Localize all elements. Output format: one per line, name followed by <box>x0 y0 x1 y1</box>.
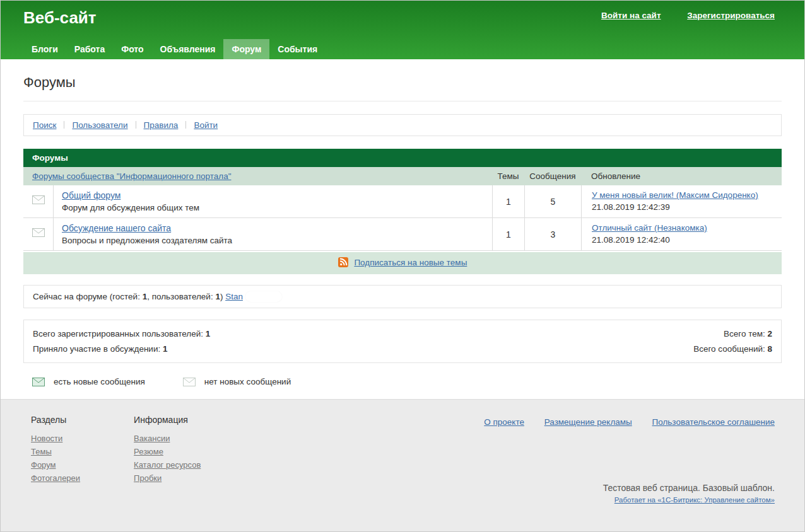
main-nav: Блоги Работа Фото Объявления Форум Событ… <box>23 39 326 59</box>
forum-toolbar: ПоискПользователиПравилаВойти <box>23 114 782 136</box>
footer-link-traffic[interactable]: Пробки <box>134 473 162 483</box>
last-post-link[interactable]: Отличный сайт (Незнакомка) <box>592 223 707 233</box>
column-header-topics: Темы <box>492 171 524 181</box>
forum-stats-box: Всего зарегистрированных пользователей: … <box>23 320 782 363</box>
legend-new-messages: есть новые сообщения <box>32 377 145 386</box>
online-now-text: Сейчас на форуме (гостей: 1, пользовател… <box>33 292 225 301</box>
redaction-blob <box>245 291 282 302</box>
forum-table: Форумы Форумы сообщества "Информационног… <box>23 149 782 274</box>
footer-advertising-link[interactable]: Размещение рекламы <box>544 417 632 427</box>
login-link[interactable]: Войти на сайт <box>601 11 661 20</box>
total-topics-stat: Всего тем: 2 <box>693 327 772 342</box>
no-new-messages-envelope-icon <box>32 195 45 206</box>
powered-by-link[interactable]: Работает на «1С-Битрикс: Управление сайт… <box>614 496 775 504</box>
topics-count: 1 <box>492 185 524 217</box>
forum-link[interactable]: Общий форум <box>62 190 120 200</box>
forum-group-link[interactable]: Форумы сообщества "Информационного порта… <box>32 171 231 181</box>
users-count: 1 <box>215 292 220 301</box>
messages-count: 5 <box>524 185 581 217</box>
last-post-link[interactable]: У меня новый велик! (Максим Сидоренко) <box>592 190 758 200</box>
toolbar-users-link[interactable]: Пользователи <box>72 120 127 130</box>
toolbar-login-link[interactable]: Войти <box>194 120 218 130</box>
legend-no-new-messages: нет новых сообщений <box>183 377 291 386</box>
total-messages-stat: Всего сообщений: 8 <box>693 342 772 357</box>
forum-description: Форум для обсуждения общих тем <box>62 203 484 212</box>
no-new-messages-envelope-icon <box>183 378 196 386</box>
forum-row: Обсуждение нашего сайта Вопросы и предло… <box>23 218 782 251</box>
header-auth-links: Войти на сайт Зарегистрироваться <box>577 11 775 20</box>
legend-new-messages-label: есть новые сообщения <box>54 377 145 386</box>
site-header: Веб-сайт Войти на сайт Зарегистрироватьс… <box>1 1 804 59</box>
online-user-link[interactable]: Stan <box>225 292 243 301</box>
separator <box>185 121 186 129</box>
forum-link[interactable]: Обсуждение нашего сайта <box>62 223 171 233</box>
topics-count: 1 <box>492 218 524 250</box>
separator <box>64 121 64 129</box>
toolbar-rules-link[interactable]: Правила <box>144 120 179 130</box>
footer-link-forum[interactable]: Форум <box>31 460 56 470</box>
registered-users-stat: Всего зарегистрированных пользователей: … <box>33 327 210 342</box>
rss-subscribe-link[interactable]: Подписаться на новые темы <box>354 258 467 267</box>
footer-agreement-link[interactable]: Пользовательское соглашение <box>652 417 775 427</box>
footer-about-link[interactable]: О проекте <box>484 417 524 427</box>
envelope-legend: есть новые сообщения нет новых сообщений <box>23 377 782 386</box>
stats-right: Всего тем: 2 Всего сообщений: 8 <box>693 327 772 356</box>
legend-no-new-messages-label: нет новых сообщений <box>204 377 291 386</box>
footer-info-column: Информация Вакансии Резюме Каталог ресур… <box>134 415 201 487</box>
separator <box>136 121 136 129</box>
column-header-updated: Обновление <box>581 171 783 181</box>
footer-sections-column: Разделы Новости Темы Форум Фотогалереи <box>31 415 80 487</box>
no-new-messages-envelope-icon <box>32 228 45 239</box>
last-post-date: 21.08.2019 12:42:39 <box>592 202 773 212</box>
footer-link-news[interactable]: Новости <box>31 434 62 443</box>
participated-stat: Приняло участие в обсуждении: 1 <box>33 342 210 357</box>
nav-item-ads[interactable]: Объявления <box>152 39 224 59</box>
forum-row: Общий форум Форум для обсуждения общих т… <box>23 185 782 218</box>
main-content: Форумы ПоискПользователиПравилаВойти Фор… <box>1 59 804 399</box>
column-header-messages: Сообщения <box>524 171 581 181</box>
footer-top-links: О проекте Размещение рекламы Пользовател… <box>466 417 775 427</box>
footer-info-title: Информация <box>134 415 201 425</box>
last-post-date: 21.08.2019 12:42:40 <box>592 235 773 245</box>
footer-note-text: Тестовая веб страница. Базовый шаблон. <box>603 483 775 493</box>
footer-note: Тестовая веб страница. Базовый шаблон. Р… <box>603 483 775 504</box>
rss-subscribe-row: Подписаться на новые темы <box>23 252 782 274</box>
rss-icon <box>338 260 351 269</box>
nav-item-photo[interactable]: Фото <box>113 39 151 59</box>
nav-item-events[interactable]: События <box>269 39 326 59</box>
page: Веб-сайт Войти на сайт Зарегистрироватьс… <box>0 0 805 532</box>
nav-item-forum[interactable]: Форум <box>223 39 269 59</box>
nav-item-work[interactable]: Работа <box>66 39 113 59</box>
new-messages-envelope-icon <box>32 378 45 386</box>
stats-left: Всего зарегистрированных пользователей: … <box>33 327 210 356</box>
footer-link-catalog[interactable]: Каталог ресурсов <box>134 460 201 470</box>
footer-link-topics[interactable]: Темы <box>31 447 52 456</box>
nav-item-blogs[interactable]: Блоги <box>23 39 66 59</box>
footer-sections-title: Разделы <box>31 415 80 425</box>
toolbar-search-link[interactable]: Поиск <box>33 120 56 130</box>
forum-group-row: Форумы сообщества "Информационного порта… <box>23 167 782 185</box>
page-title: Форумы <box>23 59 782 101</box>
footer-link-photogalleries[interactable]: Фотогалереи <box>31 473 80 483</box>
register-link[interactable]: Зарегистрироваться <box>687 11 775 20</box>
site-title: Веб-сайт <box>23 8 97 28</box>
messages-count: 3 <box>524 218 581 250</box>
footer-link-vacancies[interactable]: Вакансии <box>134 434 170 443</box>
site-footer: Разделы Новости Темы Форум Фотогалереи И… <box>1 399 804 531</box>
footer-link-resume[interactable]: Резюме <box>134 447 163 456</box>
forum-table-header: Форумы <box>23 149 782 167</box>
forum-description: Вопросы и предложения создателям сайта <box>62 236 484 245</box>
online-now-box: Сейчас на форуме (гостей: 1, пользовател… <box>23 285 782 308</box>
